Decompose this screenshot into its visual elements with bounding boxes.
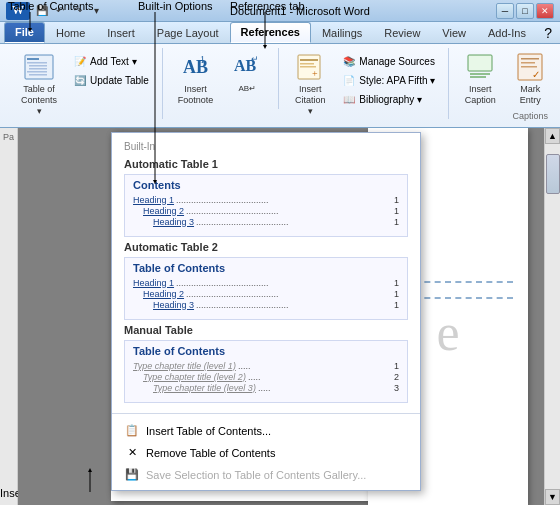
manual-table-title: Manual Table bbox=[120, 322, 412, 338]
svg-rect-29 bbox=[521, 62, 535, 64]
insert-endnote-label: AB↵ bbox=[238, 84, 256, 94]
ribbon-group-captions: InsertCaption ✓ MarkEntry bbox=[449, 48, 560, 121]
annotation-table-of-contents: Table of Contents bbox=[8, 0, 94, 12]
insert-citation-label: InsertCitation ▾ bbox=[294, 84, 326, 116]
ribbon: Table ofContents ▾ 📝 Add Text ▾ 🔄 Update… bbox=[0, 44, 560, 128]
toc-dropdown: Built-In Automatic Table 1 Contents Head… bbox=[111, 132, 421, 491]
auto-table-1-line-1-text: Heading 1 bbox=[133, 195, 174, 205]
svg-rect-24 bbox=[468, 55, 492, 71]
insert-endnote-icon: AB ↵ bbox=[231, 51, 263, 83]
update-table-icon: 🔄 bbox=[73, 73, 87, 87]
mark-entry-btn[interactable]: ✓ MarkEntry bbox=[507, 48, 553, 109]
tab-review[interactable]: Review bbox=[373, 23, 431, 43]
citations-group-btns: + InsertCitation ▾ 📚 Manage Sources 📄 St… bbox=[287, 48, 440, 119]
remove-toc-label: Remove Table of Contents bbox=[146, 447, 275, 459]
svg-rect-25 bbox=[470, 73, 490, 75]
style-btn[interactable]: 📄 Style: APA Fifth ▾ bbox=[337, 71, 440, 89]
insert-toc-item[interactable]: 📋 Insert Table of Contents... bbox=[120, 420, 412, 442]
scroll-up-btn[interactable]: ▲ bbox=[545, 128, 560, 144]
manage-sources-icon: 📚 bbox=[342, 54, 356, 68]
doc-scroll-area[interactable]: Built-In Automatic Table 1 Contents Head… bbox=[18, 128, 544, 505]
captions-group-btns: InsertCaption ✓ MarkEntry bbox=[457, 48, 560, 109]
tab-add-ins[interactable]: Add-Ins bbox=[477, 23, 537, 43]
v-scrollbar: ▲ ▼ bbox=[544, 128, 560, 505]
mark-entry-icon: ✓ bbox=[514, 51, 546, 83]
tab-file[interactable]: File bbox=[4, 22, 45, 43]
svg-rect-11 bbox=[29, 65, 47, 67]
page-indicator-label: Pa bbox=[3, 132, 14, 142]
manual-table-preview[interactable]: Table of Contents Type chapter title (le… bbox=[124, 340, 408, 403]
update-table-label: Update Table bbox=[90, 75, 149, 86]
manage-sources-label: Manage Sources bbox=[359, 56, 435, 67]
insert-footnote-btn[interactable]: AB 1 InsertFootnote bbox=[171, 48, 221, 109]
save-toc-gallery-label: Save Selection to Table of Contents Gall… bbox=[146, 469, 366, 481]
toc-group-btns: Table ofContents ▾ 📝 Add Text ▾ 🔄 Update… bbox=[14, 48, 154, 119]
ribbon-group-toc: Table ofContents ▾ 📝 Add Text ▾ 🔄 Update… bbox=[6, 48, 163, 119]
maximize-btn[interactable]: □ bbox=[516, 3, 534, 19]
svg-text:+: + bbox=[312, 68, 318, 79]
svg-text:↵: ↵ bbox=[251, 54, 259, 64]
manual-table-line-1: Type chapter title (level 1) ..... 1 bbox=[133, 361, 399, 371]
captions-group-label: Captions bbox=[457, 111, 560, 121]
svg-rect-30 bbox=[521, 66, 537, 68]
add-text-label: Add Text ▾ bbox=[90, 56, 137, 67]
bibliography-icon: 📖 bbox=[342, 92, 356, 106]
add-text-btn[interactable]: 📝 Add Text ▾ bbox=[68, 52, 154, 70]
tab-insert[interactable]: Insert bbox=[96, 23, 146, 43]
auto-table-2-line-2: Heading 2 ..............................… bbox=[133, 289, 399, 299]
insert-footnote-icon: AB 1 bbox=[180, 51, 212, 83]
manual-table-line-3: Type chapter title (level 3) ..... 3 bbox=[133, 383, 399, 393]
tab-references[interactable]: References bbox=[230, 22, 311, 43]
remove-toc-icon: ✕ bbox=[124, 445, 140, 461]
insert-toc-label: Insert Table of Contents... bbox=[146, 425, 271, 437]
tab-mailings[interactable]: Mailings bbox=[311, 23, 373, 43]
page-indicator: Pa bbox=[0, 128, 18, 505]
close-btn[interactable]: ✕ bbox=[536, 3, 554, 19]
auto-table-1-title: Automatic Table 1 bbox=[120, 156, 412, 172]
auto-table-2-toc-title: Table of Contents bbox=[133, 262, 399, 274]
insert-footnote-label: InsertFootnote bbox=[178, 84, 214, 106]
mark-entry-label: MarkEntry bbox=[520, 84, 541, 106]
insert-citation-btn[interactable]: + InsertCitation ▾ bbox=[287, 48, 333, 119]
bibliography-btn[interactable]: 📖 Bibliography ▾ bbox=[337, 90, 440, 108]
insert-endnote-btn[interactable]: AB ↵ AB↵ bbox=[224, 48, 270, 97]
update-table-btn[interactable]: 🔄 Update Table bbox=[68, 71, 154, 89]
auto-table-1-line-1: Heading 1 ..............................… bbox=[133, 195, 399, 205]
scroll-down-btn[interactable]: ▼ bbox=[545, 489, 560, 505]
auto-table-1-preview[interactable]: Contents Heading 1 .....................… bbox=[124, 174, 408, 237]
tab-home[interactable]: Home bbox=[45, 23, 96, 43]
style-label: Style: APA Fifth ▾ bbox=[359, 75, 435, 86]
tab-view[interactable]: View bbox=[431, 23, 477, 43]
save-toc-gallery-icon: 💾 bbox=[124, 467, 140, 483]
auto-table-2-title: Automatic Table 2 bbox=[120, 239, 412, 255]
toc-small-btns: 📝 Add Text ▾ 🔄 Update Table bbox=[68, 52, 154, 89]
auto-table-2-preview[interactable]: Table of Contents Heading 1 ............… bbox=[124, 257, 408, 320]
svg-text:✓: ✓ bbox=[532, 69, 540, 80]
manual-table-line-2: Type chapter title (level 2) ..... 2 bbox=[133, 372, 399, 382]
remove-toc-item[interactable]: ✕ Remove Table of Contents bbox=[120, 442, 412, 464]
dropdown-footer: 📋 Insert Table of Contents... ✕ Remove T… bbox=[112, 416, 420, 490]
toc-btn[interactable]: Table ofContents ▾ bbox=[14, 48, 64, 119]
style-icon: 📄 bbox=[342, 73, 356, 87]
help-btn[interactable]: ? bbox=[540, 23, 556, 43]
bibliography-label: Bibliography ▾ bbox=[359, 94, 422, 105]
insert-toc-icon: 📋 bbox=[124, 423, 140, 439]
dropdown-divider bbox=[112, 413, 420, 414]
insert-caption-btn[interactable]: InsertCaption bbox=[457, 48, 503, 109]
footnotes-group-btns: AB 1 InsertFootnote AB ↵ AB↵ bbox=[171, 48, 271, 109]
tab-page-layout[interactable]: Page Layout bbox=[146, 23, 230, 43]
doc-letter-e: e bbox=[436, 303, 459, 362]
minimize-btn[interactable]: ─ bbox=[496, 3, 514, 19]
scroll-track[interactable] bbox=[545, 144, 560, 489]
svg-rect-13 bbox=[27, 71, 47, 73]
svg-rect-20 bbox=[300, 59, 318, 61]
save-toc-gallery-item: 💾 Save Selection to Table of Contents Ga… bbox=[120, 464, 412, 486]
annotation-references-tab: References tab bbox=[230, 0, 305, 12]
citations-small-btns: 📚 Manage Sources 📄 Style: APA Fifth ▾ 📖 … bbox=[337, 52, 440, 108]
doc-area: Pa Built-In Automatic Table 1 Contents bbox=[0, 128, 560, 505]
dropdown-builtin-section: Built-In Automatic Table 1 Contents Head… bbox=[112, 133, 420, 411]
add-text-icon: 📝 bbox=[73, 54, 87, 68]
scroll-thumb[interactable] bbox=[546, 154, 560, 194]
manage-sources-btn[interactable]: 📚 Manage Sources bbox=[337, 52, 440, 70]
insert-caption-icon bbox=[464, 51, 496, 83]
